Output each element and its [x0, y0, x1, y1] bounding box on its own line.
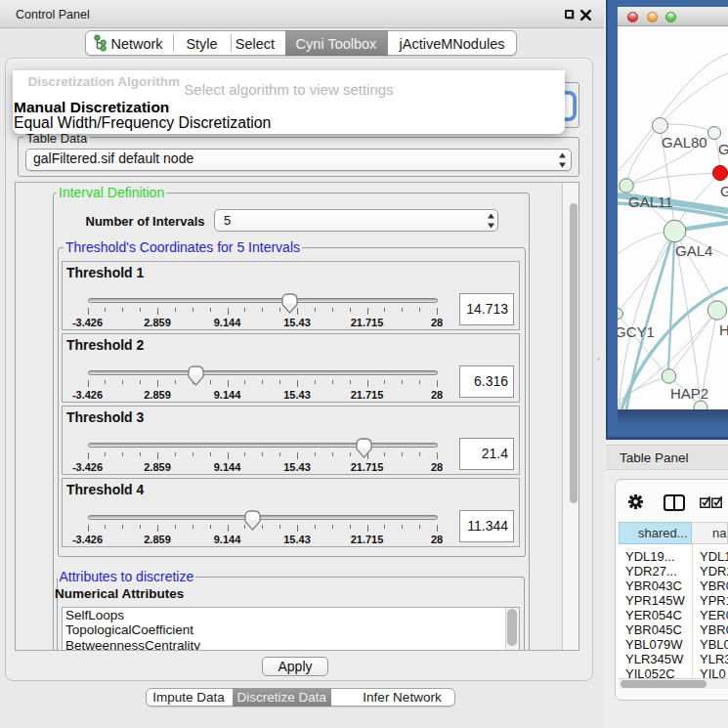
svg-text:GCY1: GCY1: [618, 323, 655, 340]
svg-text:GAL11: GAL11: [628, 193, 673, 210]
svg-text:GAL7: GAL7: [718, 141, 728, 157]
svg-text:GAL4: GAL4: [675, 242, 712, 259]
svg-text:HAP2: HAP2: [670, 385, 708, 402]
svg-text:GC: GC: [720, 183, 728, 199]
svg-text:HAP4: HAP4: [719, 321, 728, 338]
svg-text:GAL80: GAL80: [662, 134, 707, 150]
